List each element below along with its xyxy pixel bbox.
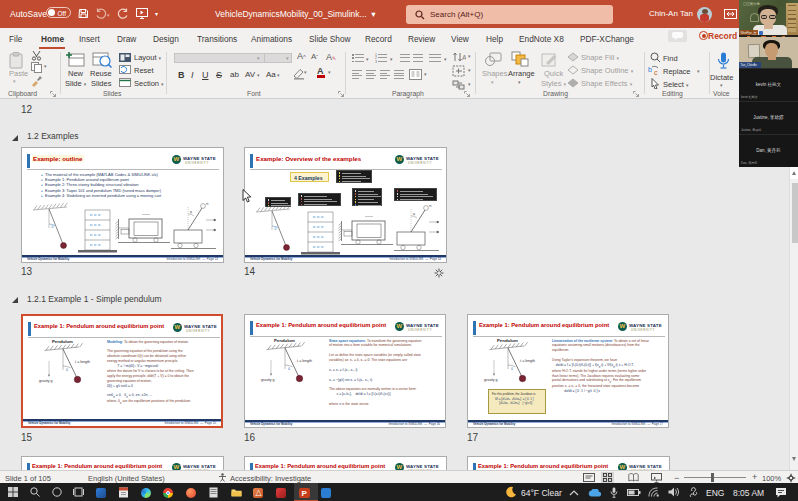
svg-text:ℓ = length: ℓ = length bbox=[75, 360, 90, 364]
svg-text:θ: θ bbox=[52, 225, 54, 229]
svg-text:A: A bbox=[462, 54, 466, 61]
svg-text:c: c bbox=[654, 69, 658, 76]
svg-text:gravity g: gravity g bbox=[484, 378, 498, 382]
svg-text:θ: θ bbox=[511, 367, 513, 371]
svg-text:θ: θ bbox=[288, 367, 290, 371]
svg-text:b: b bbox=[648, 66, 652, 73]
svg-text:ℓ = length: ℓ = length bbox=[520, 359, 535, 363]
svg-text:φ: φ bbox=[413, 212, 415, 216]
svg-text:m: m bbox=[206, 202, 209, 206]
svg-text:φ: φ bbox=[190, 210, 192, 214]
svg-text:gravity g: gravity g bbox=[261, 378, 275, 382]
svg-text:θ: θ bbox=[275, 227, 277, 231]
svg-text:gravity g: gravity g bbox=[39, 379, 53, 383]
svg-text:m: m bbox=[429, 204, 432, 208]
svg-text:θ: θ bbox=[66, 368, 68, 372]
svg-text:ℓ = length: ℓ = length bbox=[297, 359, 312, 363]
